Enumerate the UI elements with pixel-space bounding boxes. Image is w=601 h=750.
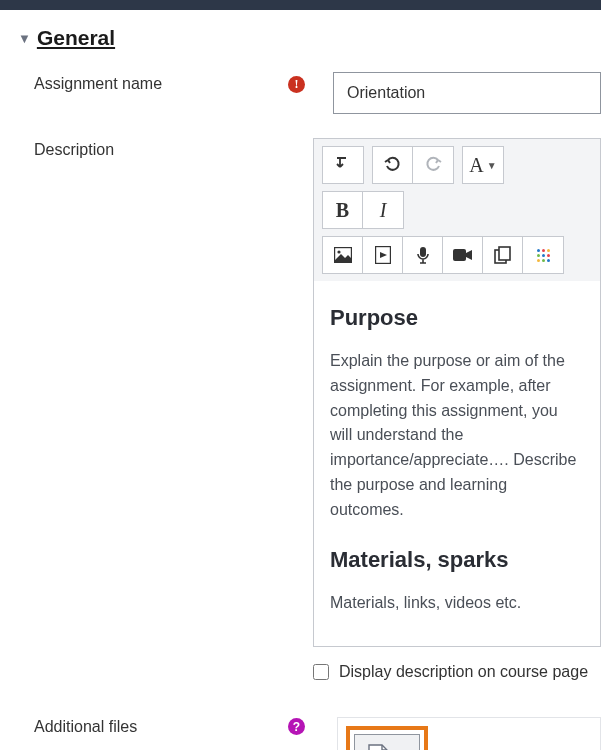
paragraph-style-button[interactable]: A▼ (463, 147, 503, 183)
toolbar-expand-button[interactable] (323, 147, 363, 183)
rich-text-editor: A▼ B I (313, 138, 601, 647)
svg-rect-6 (499, 247, 510, 260)
window-topbar (0, 0, 601, 10)
add-file-button[interactable] (354, 734, 420, 750)
file-picker-area: Add… (337, 717, 601, 750)
row-assignment-name: Assignment name ! (18, 72, 601, 114)
chevron-down-icon: ▼ (18, 31, 31, 46)
editor-content[interactable]: Purpose Explain the purpose or aim of th… (314, 281, 600, 646)
undo-button[interactable] (373, 147, 413, 183)
svg-rect-4 (453, 249, 466, 261)
additional-files-label: Additional files (34, 718, 137, 736)
required-icon: ! (288, 76, 305, 93)
row-additional-files: Additional files ? (18, 715, 601, 750)
content-paragraph: Materials, links, videos etc. (330, 591, 584, 616)
form-content: ▼ General Assignment name ! Description (0, 10, 601, 750)
record-audio-button[interactable] (403, 237, 443, 273)
content-heading: Materials, sparks (330, 543, 584, 577)
help-icon[interactable]: ? (288, 718, 305, 735)
record-video-button[interactable] (443, 237, 483, 273)
chevron-down-icon: ▼ (487, 160, 497, 171)
manage-files-button[interactable] (483, 237, 523, 273)
assignment-name-label: Assignment name (34, 75, 162, 93)
display-description-label: Display description on course page (339, 663, 588, 681)
section-title: General (37, 26, 115, 50)
display-description-checkbox[interactable] (313, 664, 329, 680)
content-heading: Purpose (330, 301, 584, 335)
svg-rect-3 (420, 247, 426, 257)
bold-button[interactable]: B (323, 192, 363, 228)
redo-button[interactable] (413, 147, 453, 183)
description-label: Description (34, 141, 114, 159)
tutorial-highlight (346, 726, 428, 750)
svg-point-1 (337, 250, 340, 253)
media-button[interactable] (363, 237, 403, 273)
image-button[interactable] (323, 237, 363, 273)
row-description: Description (18, 138, 601, 681)
file-icon (367, 744, 389, 750)
h5p-icon (537, 249, 550, 262)
editor-toolbar: A▼ B I (314, 139, 600, 236)
content-paragraph: Explain the purpose or aim of the assign… (330, 349, 584, 523)
section-header-general[interactable]: ▼ General (18, 26, 601, 50)
display-description-row: Display description on course page (313, 661, 601, 681)
editor-toolbar-row2 (314, 236, 600, 281)
h5p-button[interactable] (523, 237, 563, 273)
assignment-name-input[interactable] (333, 72, 601, 114)
italic-button[interactable]: I (363, 192, 403, 228)
